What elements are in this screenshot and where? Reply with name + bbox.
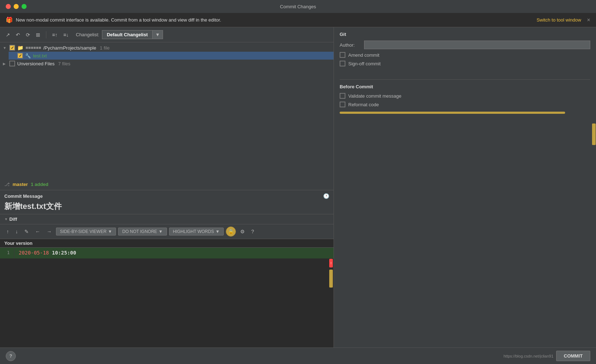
file-label: test.txt: [33, 53, 47, 59]
sign-off-checkbox[interactable]: [340, 61, 345, 66]
changelist-value[interactable]: Default Changelist: [102, 30, 152, 39]
unversioned-label: Unversioned Files: [17, 61, 55, 66]
validate-row[interactable]: Validate commit message: [340, 93, 590, 99]
folder-icon: 📁: [17, 45, 23, 51]
toolbar-separator: [46, 31, 46, 38]
changelist-dropdown-arrow[interactable]: ▼: [153, 30, 163, 39]
reformat-row[interactable]: Reformat code: [340, 102, 590, 107]
diff-section: ▼ Diff ↑ ↓ ✎ ← → SIDE-BY-SIDE VIEWER ▼ D…: [0, 214, 334, 347]
amend-commit-row[interactable]: Amend commit: [340, 52, 590, 58]
unversioned-expander-icon: ▶: [3, 62, 7, 66]
unversioned-checkbox[interactable]: [9, 61, 15, 66]
diff-added-line: 1 2020-05-18 10:25:00: [0, 248, 334, 258]
before-commit-section: Before Commit Validate commit message Re…: [340, 84, 590, 114]
lock-button[interactable]: 🔒: [226, 227, 236, 237]
toolbar-move-up-icon[interactable]: ≡↑: [51, 31, 59, 38]
git-section: Git Author: Amend commit Sign-off commit: [340, 32, 590, 69]
author-row: Author:: [340, 41, 590, 49]
commit-message-input[interactable]: [4, 200, 329, 213]
line-number: 1: [0, 248, 14, 258]
bottom-bar: ? https://blog.csdn.net/jclian91 COMMIT: [0, 347, 596, 364]
highlight-words-arrow: ▼: [215, 229, 220, 234]
toolbar-refresh-icon[interactable]: ⟳: [24, 31, 32, 38]
toolbar-grid-icon[interactable]: ⊞: [34, 31, 42, 38]
tree-root-row[interactable]: ▼ 📁 ■■■■■■ /PycharmProjects/sample 1 fil…: [0, 44, 334, 52]
commit-message-section: Commit Message 🕐: [0, 190, 334, 214]
toolbar-arrow-icon[interactable]: ↗: [4, 31, 11, 38]
changelist-label: Changelist:: [76, 32, 99, 37]
diff-date: 2020-05-18: [19, 250, 49, 256]
validate-checkbox[interactable]: [340, 93, 345, 99]
unversioned-count: 7 files: [58, 61, 70, 66]
root-checkbox[interactable]: [9, 45, 15, 51]
your-version-label: Your version: [0, 239, 334, 248]
toolbar: ↗ ↶ ⟳ ⊞ ≡↑ ≡↓ Changelist: Default Change…: [0, 27, 334, 42]
toolbar-undo-icon[interactable]: ↶: [14, 31, 22, 38]
author-input[interactable]: [364, 41, 590, 49]
diff-up-icon[interactable]: ↑: [4, 228, 11, 235]
amend-commit-checkbox[interactable]: [340, 52, 345, 58]
bottom-help-button[interactable]: ?: [6, 351, 16, 361]
history-icon[interactable]: 🕐: [323, 193, 329, 199]
maximize-button[interactable]: [22, 4, 27, 9]
do-not-ignore-button[interactable]: DO NOT IGNORE ▼: [118, 228, 167, 235]
diff-viewer: Your version 1 2020-05-18 10:25:00 !: [0, 239, 334, 347]
branch-status: 1 added: [31, 182, 48, 187]
close-button[interactable]: [6, 4, 11, 9]
diff-header: ▼ Diff: [0, 214, 334, 224]
diff-right-icon[interactable]: →: [45, 228, 54, 235]
settings-icon[interactable]: ⚙: [238, 228, 247, 235]
window-title: Commit Changes: [280, 4, 316, 9]
title-bar: Commit Changes: [0, 0, 596, 13]
tree-file-row[interactable]: 🔧 test.txt: [9, 52, 334, 60]
bottom-right: https://blog.csdn.net/jclian91 COMMIT: [503, 351, 590, 361]
diff-edit-icon[interactable]: ✎: [22, 228, 31, 235]
banner-close-icon[interactable]: ×: [587, 17, 590, 23]
commit-button[interactable]: COMMIT: [556, 351, 590, 361]
diff-error-indicator: !: [329, 259, 333, 267]
commit-message-label: Commit Message: [4, 193, 43, 199]
help-icon[interactable]: ?: [249, 228, 256, 235]
author-label: Author:: [340, 42, 361, 48]
window-controls: [6, 4, 27, 9]
diff-scrollbar-thumb[interactable]: [329, 270, 333, 288]
banner-text: New non-modal commit interface is availa…: [16, 17, 534, 23]
banner-icon: 🎁: [6, 17, 13, 23]
side-by-side-label: SIDE-BY-SIDE VIEWER: [60, 229, 107, 234]
diff-toolbar: ↑ ↓ ✎ ← → SIDE-BY-SIDE VIEWER ▼ DO NOT I…: [0, 224, 334, 239]
watermark-text: https://blog.csdn.net/jclian91: [503, 354, 553, 358]
right-scrollbar-thumb[interactable]: [592, 123, 596, 145]
diff-title: Diff: [9, 216, 17, 222]
progress-bar: [340, 112, 565, 114]
diff-left-icon[interactable]: ←: [33, 228, 42, 235]
file-icon: 🔧: [25, 53, 31, 59]
before-commit-title: Before Commit: [340, 84, 590, 89]
reformat-label: Reformat code: [348, 102, 379, 107]
branch-info: ⎇ master 1 added: [0, 179, 334, 190]
highlight-words-label: HIGHLIGHT WORDS: [173, 229, 214, 234]
diff-down-icon[interactable]: ↓: [13, 228, 20, 235]
branch-name: master: [13, 182, 28, 187]
sign-off-label: Sign-off commit: [348, 61, 381, 66]
branch-icon: ⎇: [4, 182, 10, 187]
root-path: ■■■■■■: [25, 45, 41, 50]
sign-off-row[interactable]: Sign-off commit: [340, 61, 590, 66]
toolbar-move-down-icon[interactable]: ≡↓: [62, 31, 70, 38]
highlight-words-button[interactable]: HIGHLIGHT WORDS ▼: [169, 228, 224, 235]
do-not-ignore-arrow: ▼: [159, 229, 163, 234]
line-content: 2020-05-18 10:25:00: [14, 248, 334, 258]
amend-commit-label: Amend commit: [348, 52, 380, 58]
right-scrollbar[interactable]: [592, 27, 596, 347]
side-by-side-arrow: ▼: [108, 229, 112, 234]
unversioned-row[interactable]: ▶ Unversioned Files 7 files: [0, 60, 334, 67]
minimize-button[interactable]: [14, 4, 19, 9]
do-not-ignore-label: DO NOT IGNORE: [122, 229, 157, 234]
diff-expander-icon[interactable]: ▼: [4, 217, 8, 221]
changelist-wrapper: Default Changelist ▼: [102, 30, 163, 39]
git-section-title: Git: [340, 32, 590, 37]
switch-to-tool-window-link[interactable]: Switch to tool window: [536, 17, 581, 23]
file-checkbox[interactable]: [17, 53, 23, 59]
reformat-checkbox[interactable]: [340, 102, 345, 107]
side-by-side-viewer-button[interactable]: SIDE-BY-SIDE VIEWER ▼: [56, 228, 116, 235]
file-tree: ▼ 📁 ■■■■■■ /PycharmProjects/sample 1 fil…: [0, 42, 334, 179]
